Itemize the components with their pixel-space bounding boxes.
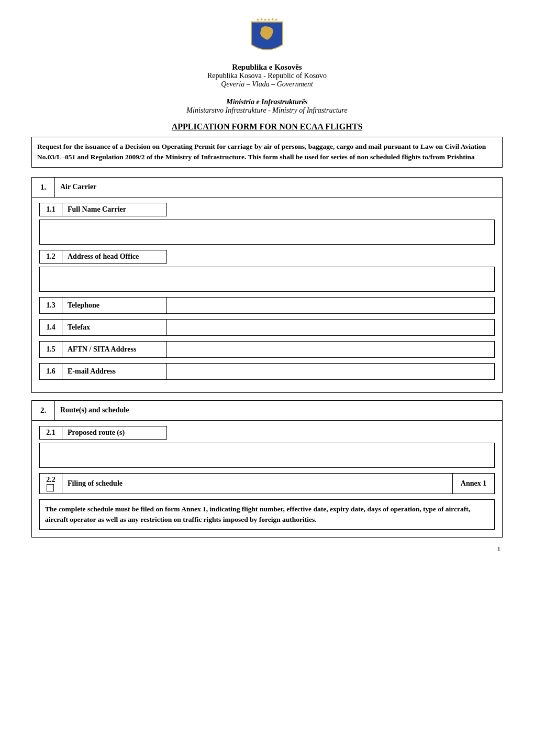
sub-num-1-6: 1.6 [39, 363, 62, 380]
svg-text:★★★★★★: ★★★★★★ [256, 17, 278, 22]
logo-area: ★★★★★★ [31, 16, 503, 58]
section-2-note: The complete schedule must be filed on f… [39, 499, 495, 530]
application-title: APPLICATION FORM FOR NON ECAA FLIGHTS [31, 122, 503, 132]
sub-label-1-3: Telephone [62, 297, 167, 314]
row-1-2: 1.2 Address of head Office [39, 250, 495, 292]
sub-num-1-4: 1.4 [39, 319, 62, 336]
section-1: 1. Air Carrier 1.1 Full Name Carrier 1.2… [31, 177, 503, 393]
sub-num-1-1: 1.1 [39, 203, 62, 216]
section-1-header: 1. Air Carrier [32, 178, 502, 198]
section-2-body: 2.1 Proposed route (s) 2.2 Filing of sch… [32, 421, 502, 538]
sub-num-2-1: 2.1 [39, 426, 62, 440]
row-2-2: 2.2 Filing of schedule Annex 1 [39, 473, 495, 494]
row-1-1: 1.1 Full Name Carrier [39, 203, 495, 245]
row-1-1-label-row: 1.1 Full Name Carrier [39, 203, 495, 216]
page-number: 1 [31, 545, 503, 553]
sub-num-2-2: 2.2 [39, 473, 62, 494]
row-1-6: 1.6 E-mail Address [39, 363, 495, 380]
checkbox-2-2[interactable] [47, 484, 54, 491]
sub-label-1-4: Telefax [62, 319, 167, 336]
sub-label-2-2: Filing of schedule [62, 473, 453, 494]
ministry-name: Ministria e Infrastrukturës [31, 98, 503, 106]
sub-num-1-5: 1.5 [39, 341, 62, 358]
section-2-title: Route(s) and schedule [55, 401, 502, 420]
kosovo-emblem-icon: ★★★★★★ [246, 16, 288, 58]
section-1-title: Air Carrier [55, 178, 502, 197]
republic-name-multi: Republika Kosova - Republic of Kosovo [31, 72, 503, 80]
sub-label-2-1: Proposed route (s) [62, 426, 167, 440]
section-1-number: 1. [32, 178, 55, 197]
row-1-5: 1.5 AFTN / SITA Address [39, 341, 495, 358]
intro-text: Request for the issuance of a Decision o… [37, 143, 486, 161]
row-2-1: 2.1 Proposed route (s) [39, 426, 495, 468]
intro-box: Request for the issuance of a Decision o… [31, 137, 503, 168]
sub-label-1-1: Full Name Carrier [62, 203, 167, 216]
input-1-2[interactable] [39, 267, 495, 292]
input-1-1[interactable] [39, 220, 495, 245]
sub-label-1-2: Address of head Office [62, 250, 167, 264]
section-2: 2. Route(s) and schedule 2.1 Proposed ro… [31, 400, 503, 538]
row-2-1-label-row: 2.1 Proposed route (s) [39, 426, 495, 440]
input-1-5[interactable] [167, 341, 495, 358]
row-1-4: 1.4 Telefax [39, 319, 495, 336]
input-1-3[interactable] [167, 297, 495, 314]
page-header: ★★★★★★ Republika e Kosovës Republika Kos… [31, 16, 503, 89]
sub-label-1-6: E-mail Address [62, 363, 167, 380]
section-2-number: 2. [32, 401, 55, 420]
sub-num-2-2-text: 2.2 [46, 476, 55, 484]
annex-1-cell: Annex 1 [453, 473, 495, 494]
government-label: Qeveria – Vlada – Government [31, 80, 503, 89]
republic-name: Republika e Kosovës [31, 63, 503, 72]
input-1-4[interactable] [167, 319, 495, 336]
sub-num-1-2: 1.2 [39, 250, 62, 264]
input-2-1[interactable] [39, 443, 495, 468]
sub-label-1-5: AFTN / SITA Address [62, 341, 167, 358]
section-2-header: 2. Route(s) and schedule [32, 401, 502, 421]
row-1-3: 1.3 Telephone [39, 297, 495, 314]
ministry-section: Ministria e Infrastrukturës Ministarstvo… [31, 98, 503, 115]
input-1-6[interactable] [167, 363, 495, 380]
section-1-body: 1.1 Full Name Carrier 1.2 Address of hea… [32, 198, 502, 392]
ministry-sub: Ministarstvo Infrastrukture - Ministry o… [31, 106, 503, 115]
row-1-2-label-row: 1.2 Address of head Office [39, 250, 495, 264]
sub-num-1-3: 1.3 [39, 297, 62, 314]
